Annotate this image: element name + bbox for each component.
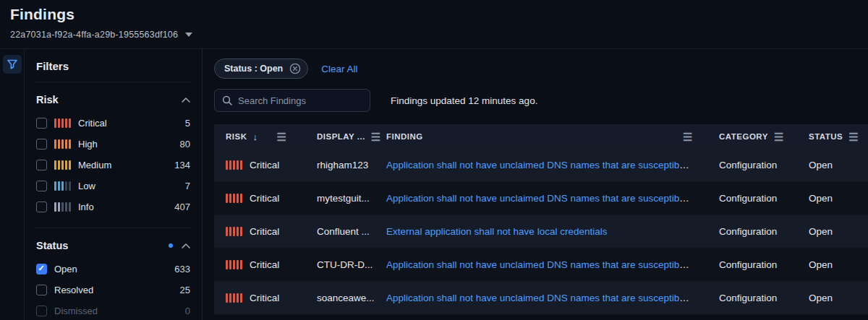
column-menu-icon[interactable]: ☰ [371, 131, 381, 142]
info-checkbox[interactable] [36, 202, 47, 212]
display-name-cell: soanceawe... [317, 293, 386, 303]
filter-item-label: Low [78, 181, 95, 191]
medium-checkbox[interactable] [36, 160, 47, 170]
chevron-down-icon [185, 33, 192, 37]
column-menu-icon[interactable]: ☰ [848, 131, 859, 142]
filter-item-count: 0 [185, 306, 190, 316]
finding-cell: Application shall not have unclaimed DNS… [386, 193, 719, 204]
search-box[interactable] [214, 89, 370, 112]
filter-item-label: Dismissed [54, 306, 98, 316]
filter-item-dismissed[interactable]: Dismissed 0 [35, 300, 192, 320]
status-section-title: Status [36, 240, 68, 251]
filter-item-open[interactable]: Open 633 [35, 259, 192, 280]
table-row[interactable]: Critical soanceawe... Application shall … [214, 282, 868, 315]
filter-item-info[interactable]: Info 407 [35, 196, 192, 217]
clear-all-link[interactable]: Clear All [321, 64, 357, 74]
column-header-display[interactable]: DISPLAY ... ☰ [317, 131, 386, 142]
status-section-header[interactable]: Status [35, 238, 192, 259]
status-cell: Open [809, 193, 868, 204]
search-input[interactable] [238, 95, 362, 106]
risk-cell: Critical [214, 160, 317, 170]
table-row[interactable]: Critical rhigham123 Application shall no… [214, 149, 868, 182]
filters-title: Filters [35, 49, 192, 82]
high-checkbox[interactable] [36, 139, 47, 150]
filter-item-critical[interactable]: Critical 5 [35, 113, 192, 134]
filter-item-medium[interactable]: Medium 134 [35, 155, 192, 176]
filter-item-resolved[interactable]: Resolved 25 [35, 280, 192, 300]
table-row[interactable]: Critical Confluent ... External applicat… [214, 215, 868, 248]
risk-high-icon [54, 139, 71, 149]
filter-item-label: Critical [78, 118, 107, 129]
finding-link[interactable]: Application shall not have unclaimed DNS… [386, 293, 712, 303]
column-header-category[interactable]: CATEGORY ☰ [719, 131, 809, 142]
risk-critical-icon [226, 260, 242, 269]
risk-critical-icon [226, 227, 242, 236]
display-name-cell: Confluent ... [317, 226, 386, 237]
updated-status-text: Findings updated 12 minutes ago. [391, 95, 537, 106]
status-cell: Open [809, 226, 868, 237]
scope-selector[interactable]: 22a7031a-f92a-4ffa-a29b-1955563df106 [10, 30, 868, 40]
filter-funnel-button[interactable] [3, 55, 22, 74]
open-checkbox[interactable] [36, 264, 47, 274]
sort-desc-icon[interactable]: ↓ [252, 131, 258, 142]
column-menu-icon[interactable]: ☰ [683, 131, 693, 142]
filter-item-count: 407 [174, 202, 190, 212]
display-name-cell: rhigham123 [317, 160, 386, 170]
risk-medium-icon [54, 160, 71, 170]
low-checkbox[interactable] [36, 181, 47, 191]
display-name-cell: mytestguit... [317, 193, 386, 204]
page-title: Findings [10, 6, 868, 23]
filter-item-count: 7 [185, 181, 190, 191]
page-header: Findings 22a7031a-f92a-4ffa-a29b-1955563… [0, 0, 868, 40]
status-cell: Open [809, 160, 868, 170]
finding-link[interactable]: Application shall not have unclaimed DNS… [386, 160, 712, 170]
finding-link[interactable]: External application shall not have loca… [386, 226, 607, 237]
filter-item-count: 134 [174, 160, 190, 170]
category-cell: Configuration [719, 160, 809, 170]
finding-cell: External application shall not have loca… [386, 226, 719, 237]
scope-id: 22a7031a-f92a-4ffa-a29b-1955563df106 [10, 30, 178, 40]
column-header-status[interactable]: STATUS ☰ [809, 131, 868, 142]
status-open-filter-chip[interactable]: Status : Open [214, 59, 308, 79]
chevron-up-icon[interactable] [182, 243, 190, 248]
column-menu-icon[interactable]: ☰ [774, 131, 784, 142]
risk-cell: Critical [214, 193, 317, 204]
finding-link[interactable]: Application shall not have unclaimed DNS… [386, 193, 712, 204]
filter-item-count: 5 [185, 118, 190, 129]
column-header-risk[interactable]: RISK ↓ ☰ [214, 131, 317, 142]
filter-section-risk: Risk Critical 5 [35, 82, 192, 217]
finding-link[interactable]: Application shall not have unclaimed DNS… [386, 259, 712, 270]
table-header-row: RISK ↓ ☰ DISPLAY ... ☰ FINDING ☰ CATEGOR… [214, 124, 868, 149]
filter-item-count: 633 [174, 264, 190, 274]
active-filter-dot-icon [169, 243, 173, 248]
remove-chip-icon[interactable] [289, 63, 301, 74]
table-row[interactable]: Critical mytestguit... Application shall… [214, 182, 868, 215]
funnel-icon [7, 59, 17, 69]
column-menu-icon[interactable]: ☰ [276, 131, 286, 142]
resolved-checkbox[interactable] [36, 285, 47, 295]
chevron-up-icon[interactable] [182, 98, 190, 103]
filter-section-status: Status Open 633 Resolved [35, 228, 192, 320]
filter-item-count: 25 [180, 285, 190, 295]
critical-checkbox[interactable] [36, 118, 47, 129]
risk-cell: Critical [214, 226, 317, 237]
column-header-finding[interactable]: FINDING ☰ [386, 131, 719, 142]
filters-panel: Filters Risk Critical 5 [0, 49, 203, 320]
table-row[interactable]: Critical CTU-DR-D... Application shall n… [214, 248, 868, 282]
filter-item-label: High [78, 139, 98, 150]
risk-critical-icon [226, 293, 242, 303]
filter-item-label: Resolved [54, 285, 93, 295]
dismissed-checkbox[interactable] [36, 306, 47, 316]
filter-item-label: Open [54, 264, 77, 274]
main-area: Status : Open Clear All Findings up [203, 49, 868, 320]
risk-section-header[interactable]: Risk [35, 92, 192, 113]
search-icon [222, 95, 232, 105]
risk-section-title: Risk [36, 94, 59, 105]
category-cell: Configuration [719, 226, 809, 237]
risk-low-icon [54, 181, 71, 191]
filter-item-low[interactable]: Low 7 [35, 176, 192, 196]
filter-item-high[interactable]: High 80 [35, 134, 192, 155]
risk-critical-icon [226, 160, 242, 170]
category-cell: Configuration [719, 259, 809, 270]
filters-body: Filters Risk Critical 5 [25, 49, 202, 320]
